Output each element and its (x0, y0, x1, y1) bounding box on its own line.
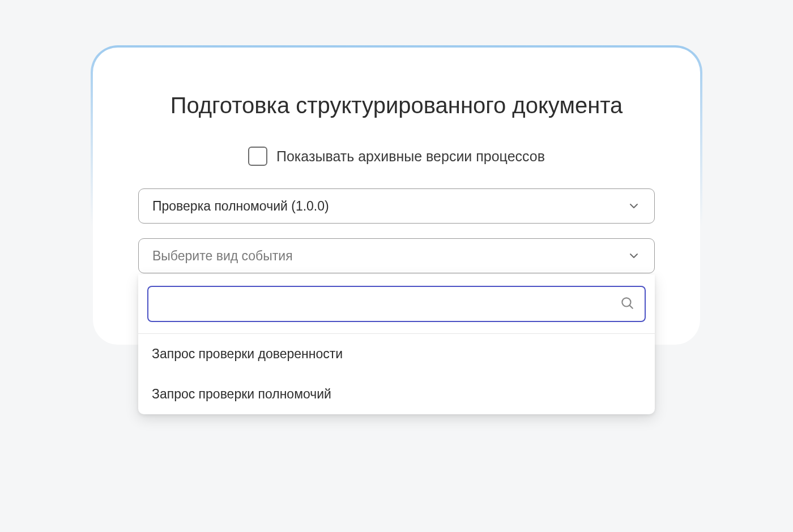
event-select-placeholder: Выберите вид события (152, 248, 293, 264)
chevron-down-icon (627, 199, 641, 213)
dropdown-search-input[interactable] (159, 297, 620, 311)
document-preparation-card: Подготовка структурированного документа … (91, 45, 702, 347)
archive-checkbox-label: Показывать архивные версии процессов (276, 148, 545, 165)
svg-line-1 (630, 306, 633, 308)
archive-checkbox[interactable] (248, 147, 267, 166)
process-select-wrapper: Проверка полномочий (1.0.0) (138, 188, 655, 224)
event-dropdown: Запрос проверки доверенности Запрос пров… (138, 274, 655, 414)
search-icon (620, 295, 634, 312)
event-select-wrapper: Выберите вид события (138, 238, 655, 273)
dropdown-search-container (138, 274, 655, 334)
archive-checkbox-row: Показывать архивные версии процессов (131, 147, 662, 166)
process-select-value: Проверка полномочий (1.0.0) (152, 199, 329, 214)
dropdown-search-field (147, 286, 646, 322)
page-title: Подготовка структурированного документа (131, 93, 662, 118)
dropdown-option[interactable]: Запрос проверки доверенности (138, 334, 655, 374)
event-select[interactable]: Выберите вид события (138, 238, 655, 273)
process-select[interactable]: Проверка полномочий (1.0.0) (138, 188, 655, 224)
chevron-down-icon (627, 249, 641, 263)
dropdown-option[interactable]: Запрос проверки полномочий (138, 374, 655, 414)
